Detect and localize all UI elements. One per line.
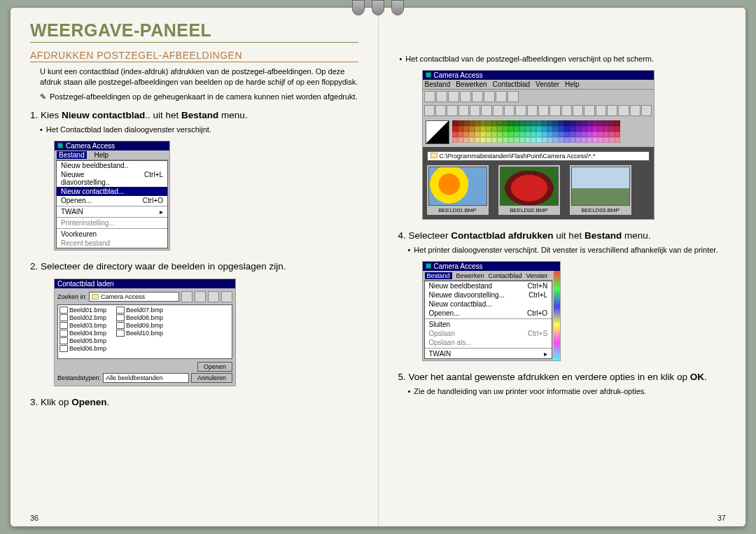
toolbar-button[interactable] bbox=[504, 105, 514, 116]
toolbar-button[interactable] bbox=[515, 105, 526, 116]
lookin-label: Zoeken in: bbox=[57, 293, 87, 300]
thumbnail[interactable]: BEELD02.BMP bbox=[498, 165, 560, 215]
thumb-caption: BEELD02.BMP bbox=[500, 207, 559, 213]
file-item[interactable]: Beeld09.bmp bbox=[116, 322, 163, 329]
toolbar-button[interactable] bbox=[460, 91, 471, 102]
page-num-left: 36 bbox=[30, 514, 38, 522]
step-1: 1. Kies Nieuw contactblad.. uit het Best… bbox=[30, 109, 358, 122]
toolbar-button[interactable] bbox=[493, 105, 503, 116]
menu-item[interactable]: Bewerken bbox=[456, 272, 484, 279]
note: ✎ Postzegel-afbeeldingen op de geheugenk… bbox=[40, 92, 358, 102]
step-5: 5. Voer het aantal gewenste afdrukken en… bbox=[398, 371, 727, 384]
toolbar-button[interactable] bbox=[435, 105, 446, 116]
toolbar-button[interactable] bbox=[561, 105, 572, 116]
folder-icon bbox=[92, 294, 99, 300]
file-item[interactable]: Beeld02.bmp bbox=[59, 314, 106, 321]
toolbar-button[interactable] bbox=[538, 105, 549, 116]
bullet-top-text: Het contactblad van de postzegel-afbeeld… bbox=[405, 54, 654, 64]
toolbar-button[interactable] bbox=[472, 91, 483, 102]
page-spread: WEERGAVE-PANEEL AFDRUKKEN POSTZEGEL-AFBE… bbox=[10, 7, 746, 527]
fig4-titlebar: Camera Access bbox=[423, 262, 560, 271]
file-list[interactable]: Beeld01.bmpBeeld02.bmpBeeld03.bmpBeeld04… bbox=[57, 304, 232, 359]
menu-item[interactable]: Bestand bbox=[425, 272, 452, 279]
toolbar-button[interactable] bbox=[527, 105, 538, 116]
toolbar-button[interactable] bbox=[496, 91, 507, 102]
newfolder-icon[interactable] bbox=[195, 291, 206, 302]
menu-item[interactable]: Contactblad bbox=[493, 80, 530, 88]
toolbar-button[interactable] bbox=[607, 105, 617, 116]
thumbnail[interactable]: BEELD01.BMP bbox=[427, 165, 489, 215]
toolbar-button[interactable] bbox=[458, 105, 469, 116]
bullet-top: Het contactblad van de postzegel-afbeeld… bbox=[400, 54, 727, 64]
toolbar-button[interactable] bbox=[550, 105, 560, 116]
toolbar-button[interactable] bbox=[630, 105, 640, 116]
bullet-1-text: Het Contactblad laden dialoogvenster ver… bbox=[46, 125, 211, 135]
list-view-icon[interactable] bbox=[208, 291, 219, 302]
file-item[interactable]: Beeld10.bmp bbox=[116, 330, 163, 337]
open-button[interactable]: Openen bbox=[197, 362, 232, 372]
toolbar-button[interactable] bbox=[448, 91, 459, 102]
type-field[interactable]: Alle beeldbestanden bbox=[103, 373, 189, 383]
bullet-5-text: Zie de handleiding van uw printer voor i… bbox=[414, 386, 646, 397]
menu-item[interactable]: Opslaan als... bbox=[425, 338, 552, 347]
menu-item[interactable]: Sluiten bbox=[425, 320, 552, 329]
toolbar-button[interactable] bbox=[584, 105, 594, 116]
thumbnail[interactable]: BEELD03.BMP bbox=[570, 165, 631, 215]
menu-item[interactable]: Nieuwe diavoorstelling...Ctrl+L bbox=[425, 290, 552, 300]
menu-item[interactable]: Printerinstelling... bbox=[57, 218, 167, 227]
palette-grid[interactable] bbox=[452, 120, 620, 143]
toolbar-button[interactable] bbox=[507, 91, 519, 102]
fig3-titlebar: Camera Access bbox=[423, 71, 654, 80]
fg-bg-swatch[interactable] bbox=[426, 120, 449, 144]
cancel-button[interactable]: Annuleren bbox=[191, 373, 232, 383]
menu-item[interactable]: Nieuw beeldbestand.. bbox=[57, 161, 167, 170]
menu-item[interactable]: TWAIN▸ bbox=[57, 207, 167, 216]
file-item[interactable]: Beeld08.bmp bbox=[116, 314, 163, 321]
file-item[interactable]: Beeld07.bmp bbox=[116, 307, 163, 314]
fig4-body: BestandBewerkenContactbladVenster Nieuw … bbox=[423, 271, 560, 360]
toolbar-button[interactable] bbox=[641, 105, 652, 116]
menu-item[interactable]: Openen...Ctrl+O bbox=[425, 309, 552, 318]
menu-item[interactable]: Nieuw contactblad... bbox=[57, 187, 167, 196]
toolbar-button[interactable] bbox=[424, 105, 435, 116]
toolbar-button[interactable] bbox=[481, 105, 491, 116]
menu-item[interactable]: Bewerken bbox=[456, 80, 486, 88]
step-3-b: Openen bbox=[71, 397, 106, 407]
toolbar-button[interactable] bbox=[484, 91, 495, 102]
up-icon[interactable] bbox=[181, 291, 192, 302]
menu-item[interactable]: TWAIN▸ bbox=[425, 349, 552, 358]
toolbar-button[interactable] bbox=[470, 105, 480, 116]
menu-item[interactable]: Contactblad bbox=[489, 272, 522, 279]
menu-item[interactable]: Voorkeuren bbox=[57, 230, 167, 239]
menu-item[interactable]: Openen...Ctrl+O bbox=[57, 196, 167, 205]
file-item[interactable]: Beeld03.bmp bbox=[59, 322, 106, 329]
menu-item[interactable]: OpslaanCtrl+S bbox=[425, 329, 552, 338]
menu-item[interactable]: Venster bbox=[526, 272, 548, 279]
toolbar-button[interactable] bbox=[596, 105, 606, 116]
file-item[interactable]: Beeld01.bmp bbox=[59, 307, 106, 314]
file-item[interactable]: Beeld05.bmp bbox=[59, 337, 106, 344]
menu-item[interactable]: Recent bestand bbox=[57, 239, 167, 248]
file-item[interactable]: Beeld04.bmp bbox=[59, 330, 106, 337]
fig4-palette-strip bbox=[554, 271, 559, 360]
menu-bestand[interactable]: Bestand bbox=[57, 151, 87, 159]
toolbar-button[interactable] bbox=[436, 91, 447, 102]
thumbs-area: C:\Programmabestanden\FlashPoint\Camera … bbox=[423, 147, 654, 219]
toolbar-button[interactable] bbox=[447, 105, 457, 116]
toolbar-button[interactable] bbox=[573, 105, 583, 116]
menu-item[interactable]: Bestand bbox=[425, 80, 451, 88]
menu-item[interactable]: Nieuw beeldbestandCtrl+N bbox=[425, 281, 552, 290]
menu-item[interactable]: Help bbox=[565, 80, 580, 88]
lookin-field[interactable]: Camera Access bbox=[89, 292, 179, 302]
path-field: C:\Programmabestanden\FlashPoint\Camera … bbox=[427, 151, 650, 161]
menu-item[interactable]: Nieuwe diavoorstelling..Ctrl+L bbox=[57, 170, 167, 187]
menu-item[interactable]: Nieuw contactblad... bbox=[425, 300, 552, 309]
menu-item[interactable]: Venster bbox=[536, 80, 559, 88]
toolbar-button[interactable] bbox=[424, 91, 435, 102]
menu-help[interactable]: Help bbox=[94, 151, 108, 159]
file-item[interactable]: Beeld06.bmp bbox=[59, 345, 106, 352]
step-3: 3. Klik op Openen. bbox=[30, 396, 358, 409]
toolbar-button[interactable] bbox=[618, 105, 629, 116]
detail-view-icon[interactable] bbox=[221, 291, 232, 302]
fig4-menubar: BestandBewerkenContactbladVenster bbox=[423, 271, 554, 281]
